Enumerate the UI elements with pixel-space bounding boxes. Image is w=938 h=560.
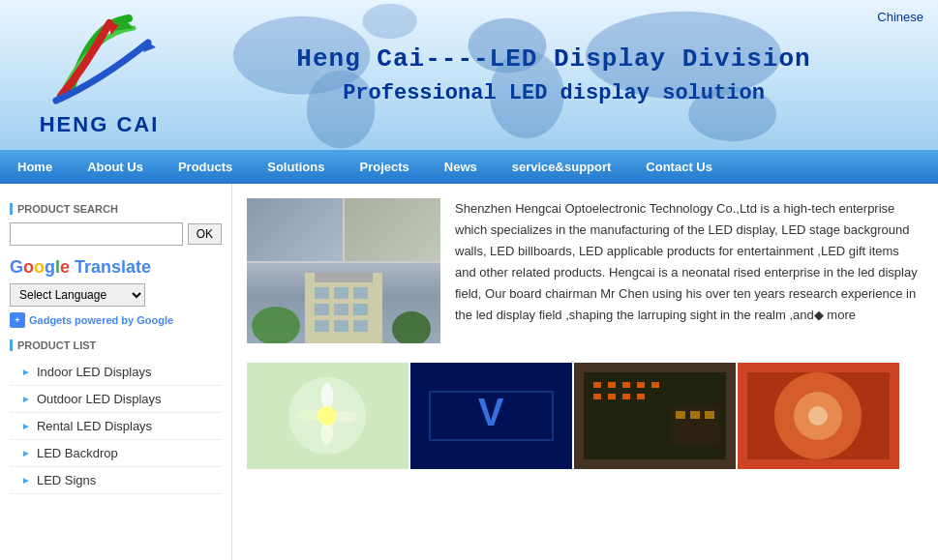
translate-title: Google Translate [10, 257, 222, 278]
svg-rect-34 [593, 394, 601, 399]
svg-point-8 [688, 87, 776, 142]
svg-text:V: V [478, 391, 504, 433]
bullet-icon: ► [21, 475, 31, 486]
nav-solutions[interactable]: Solutions [250, 150, 342, 184]
language-select[interactable]: Select Language English Chinese Spanish … [10, 283, 145, 307]
translate-word: Translate [75, 257, 151, 277]
svg-rect-11 [315, 273, 373, 282]
content-area: Shenzhen Hengcai Optoelectronic Technolo… [232, 184, 938, 560]
nav-news[interactable]: News [427, 150, 495, 184]
svg-rect-37 [637, 382, 645, 388]
svg-rect-15 [315, 304, 329, 315]
list-item: ► Outdoor LED Displays [10, 386, 222, 413]
thumbnail-3 [574, 363, 736, 469]
svg-rect-41 [676, 411, 685, 419]
search-box: OK [10, 222, 222, 246]
product-search-title: PRODUCT SEARCH [10, 203, 222, 215]
search-button[interactable]: OK [188, 223, 222, 245]
product-backdrop[interactable]: LED Backdrop [37, 446, 118, 460]
google-gadgets-text: Gadgets powered by Google [29, 314, 173, 326]
product-indoor[interactable]: Indoor LED Displays [37, 365, 152, 379]
bullet-icon: ► [21, 394, 31, 404]
svg-rect-20 [353, 320, 368, 332]
product-rental[interactable]: Rental LED Displays [37, 419, 152, 433]
list-item: ► Rental LED Displays [10, 413, 222, 440]
gadgets-bar: + Gadgets powered by Google [10, 312, 222, 328]
svg-point-9 [362, 4, 417, 39]
gadgets-icon: + [10, 312, 25, 328]
list-item: ► Indoor LED Displays [10, 359, 222, 386]
svg-rect-43 [705, 411, 714, 419]
google-g: G [10, 257, 23, 277]
sidebar: PRODUCT SEARCH OK Google Translate Selec… [0, 184, 232, 560]
thumbnail-1 [247, 363, 408, 469]
svg-rect-14 [353, 287, 368, 299]
svg-point-22 [392, 311, 431, 343]
language-select-wrapper: Select Language English Chinese Spanish … [10, 283, 222, 307]
google-o2: o [34, 257, 45, 277]
company-img-top-left [247, 198, 343, 261]
search-input[interactable] [10, 222, 183, 246]
company-img-top-right [345, 198, 440, 261]
svg-point-7 [586, 12, 781, 100]
thumbnail-row: V [247, 363, 923, 469]
svg-rect-36 [622, 394, 630, 399]
company-section: Shenzhen Hengcai Optoelectronic Technolo… [247, 198, 923, 343]
svg-rect-31 [593, 382, 601, 388]
google-e: e [60, 257, 70, 277]
list-item: ► LED Backdrop [10, 440, 222, 467]
company-image [247, 198, 440, 343]
svg-point-4 [307, 70, 376, 148]
svg-rect-12 [315, 287, 329, 299]
nav-contact[interactable]: Contact Us [628, 150, 730, 184]
svg-rect-42 [690, 411, 700, 419]
translate-widget: Google Translate Select Language English… [10, 257, 222, 328]
nav-products[interactable]: Products [161, 150, 250, 184]
chinese-link[interactable]: Chinese [877, 10, 923, 24]
svg-rect-32 [608, 382, 616, 388]
bullet-icon: ► [21, 421, 31, 431]
svg-point-48 [808, 406, 828, 426]
nav-home[interactable]: Home [0, 150, 70, 184]
product-list-title: PRODUCT LIST [10, 339, 222, 351]
company-img-building [247, 263, 440, 343]
google-g2: g [45, 257, 55, 277]
svg-point-21 [252, 307, 300, 343]
svg-rect-13 [334, 287, 348, 299]
svg-rect-39 [637, 394, 645, 399]
svg-point-25 [318, 406, 337, 426]
header: HENG CAI Heng Cai----LED Display Divisio… [0, 0, 938, 150]
company-image-grid [247, 198, 440, 343]
svg-rect-38 [651, 382, 659, 388]
thumbnail-2: V [410, 363, 572, 469]
product-outdoor[interactable]: Outdoor LED Displays [37, 392, 162, 406]
logo-icon [42, 14, 158, 110]
nav-service[interactable]: service&support [495, 150, 629, 184]
product-list: ► Indoor LED Displays ► Outdoor LED Disp… [10, 359, 222, 494]
nav: Home About Us Products Solutions Project… [0, 150, 938, 184]
logo-text: HENG CAI [40, 112, 160, 137]
world-map [155, 0, 938, 150]
nav-projects[interactable]: Projects [342, 150, 426, 184]
list-item: ► LED Signs [10, 467, 222, 494]
svg-rect-16 [334, 304, 348, 315]
bullet-icon: ► [21, 367, 31, 377]
nav-about[interactable]: About Us [70, 150, 161, 184]
main-layout: PRODUCT SEARCH OK Google Translate Selec… [0, 184, 938, 560]
thumbnail-4 [738, 363, 899, 469]
product-signs[interactable]: LED Signs [37, 473, 96, 487]
svg-rect-17 [353, 304, 368, 315]
svg-rect-18 [315, 320, 329, 332]
svg-rect-35 [608, 394, 616, 399]
svg-point-6 [490, 50, 564, 138]
svg-rect-19 [334, 320, 348, 332]
google-o1: o [23, 257, 34, 277]
bullet-icon: ► [21, 448, 31, 458]
svg-rect-33 [622, 382, 630, 388]
company-description: Shenzhen Hengcai Optoelectronic Technolo… [455, 198, 923, 343]
